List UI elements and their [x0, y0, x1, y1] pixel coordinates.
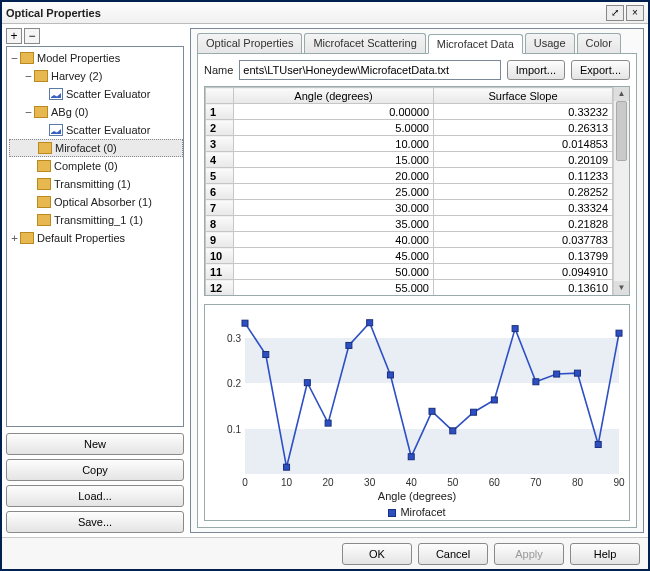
right-panel: Optical Properties Microfacet Scattering…	[190, 28, 644, 533]
left-buttons: New Copy Load... Save...	[6, 433, 184, 533]
cell-angle[interactable]: 25.000	[234, 184, 434, 200]
folder-icon	[34, 70, 48, 82]
table-row[interactable]: 415.0000.20109	[206, 152, 613, 168]
table-row[interactable]: 1045.0000.13799	[206, 248, 613, 264]
cell-angle[interactable]: 50.000	[234, 264, 434, 280]
tree-transmitting1[interactable]: Transmitting_1 (1)	[9, 211, 183, 229]
table-row[interactable]: 1255.0000.13610	[206, 280, 613, 296]
cell-slope[interactable]: 0.28252	[434, 184, 613, 200]
left-panel: + − −Model Properties −Harvey (2) Scatte…	[6, 28, 184, 533]
tree-mirofacet[interactable]: Mirofacet (0)	[9, 139, 183, 157]
tree-abg[interactable]: −ABg (0)	[9, 103, 183, 121]
save-button[interactable]: Save...	[6, 511, 184, 533]
expand-all-button[interactable]: +	[6, 28, 22, 44]
folder-icon	[37, 178, 51, 190]
import-button[interactable]: Import...	[507, 60, 565, 80]
close-button[interactable]: ×	[626, 5, 644, 21]
row-number: 6	[206, 184, 234, 200]
chart-icon	[49, 124, 63, 136]
chart-point	[429, 408, 435, 414]
tree-label: Transmitting (1)	[54, 178, 131, 190]
row-number: 10	[206, 248, 234, 264]
cell-slope[interactable]: 0.33324	[434, 200, 613, 216]
tree-label: Scatter Evaluator	[66, 124, 150, 136]
tab-microfacet-scattering[interactable]: Microfacet Scattering	[304, 33, 425, 53]
apply-button[interactable]: Apply	[494, 543, 564, 565]
cell-slope[interactable]: 0.20109	[434, 152, 613, 168]
cell-angle[interactable]: 20.000	[234, 168, 434, 184]
table-row[interactable]: 25.00000.26313	[206, 120, 613, 136]
tree-model-properties[interactable]: −Model Properties	[9, 49, 183, 67]
table-row[interactable]: 10.000000.33232	[206, 104, 613, 120]
row-number: 4	[206, 152, 234, 168]
table-row[interactable]: 730.0000.33324	[206, 200, 613, 216]
cell-angle[interactable]: 35.000	[234, 216, 434, 232]
chart-point	[284, 464, 290, 470]
scroll-up-icon[interactable]: ▲	[614, 87, 629, 101]
cell-slope[interactable]: 0.13799	[434, 248, 613, 264]
cell-slope[interactable]: 0.21828	[434, 216, 613, 232]
table-row[interactable]: 520.0000.11233	[206, 168, 613, 184]
new-button[interactable]: New	[6, 433, 184, 455]
table-row[interactable]: 940.0000.037783	[206, 232, 613, 248]
chart-legend: Mirofacet	[205, 506, 629, 518]
col-angle-header[interactable]: Angle (degrees)	[234, 88, 434, 104]
name-input[interactable]	[239, 60, 500, 80]
cell-angle[interactable]: 10.000	[234, 136, 434, 152]
cell-slope[interactable]: 0.33232	[434, 104, 613, 120]
cell-angle[interactable]: 30.000	[234, 200, 434, 216]
tree-complete[interactable]: Complete (0)	[9, 157, 183, 175]
pin-button[interactable]: ⤢	[606, 5, 624, 21]
chart-xlabel: Angle (degrees)	[205, 490, 629, 502]
cell-slope[interactable]: 0.26313	[434, 120, 613, 136]
export-button[interactable]: Export...	[571, 60, 630, 80]
row-number: 11	[206, 264, 234, 280]
data-table-scroll[interactable]: Angle (degrees) Surface Slope 10.000000.…	[205, 87, 613, 295]
tree-label: Scatter Evaluator	[66, 88, 150, 100]
chart-xtick: 70	[530, 477, 541, 488]
chart-ytick: 0.2	[215, 378, 241, 389]
copy-button[interactable]: Copy	[6, 459, 184, 481]
chart-series-line	[245, 315, 619, 474]
cell-angle[interactable]: 15.000	[234, 152, 434, 168]
tree-transmitting[interactable]: Transmitting (1)	[9, 175, 183, 193]
cell-slope[interactable]: 0.014853	[434, 136, 613, 152]
tree-harvey-scatter[interactable]: Scatter Evaluator	[9, 85, 183, 103]
table-row[interactable]: 310.0000.014853	[206, 136, 613, 152]
cell-slope[interactable]: 0.037783	[434, 232, 613, 248]
tab-color[interactable]: Color	[577, 33, 621, 53]
tree-label: Mirofacet (0)	[55, 142, 117, 154]
cell-angle[interactable]: 0.00000	[234, 104, 434, 120]
table-row[interactable]: 625.0000.28252	[206, 184, 613, 200]
tab-usage[interactable]: Usage	[525, 33, 575, 53]
cell-angle[interactable]: 55.000	[234, 280, 434, 296]
cell-slope[interactable]: 0.13610	[434, 280, 613, 296]
col-slope-header[interactable]: Surface Slope	[434, 88, 613, 104]
scroll-down-icon[interactable]: ▼	[614, 281, 629, 295]
cell-angle[interactable]: 45.000	[234, 248, 434, 264]
help-button[interactable]: Help	[570, 543, 640, 565]
properties-tree[interactable]: −Model Properties −Harvey (2) Scatter Ev…	[6, 46, 184, 427]
tree-abg-scatter[interactable]: Scatter Evaluator	[9, 121, 183, 139]
tree-label: Complete (0)	[54, 160, 118, 172]
table-scrollbar[interactable]: ▲ ▼	[613, 87, 629, 295]
cancel-button[interactable]: Cancel	[418, 543, 488, 565]
tree-absorber[interactable]: Optical Absorber (1)	[9, 193, 183, 211]
chart-point	[554, 371, 560, 377]
tree-label: ABg (0)	[51, 106, 88, 118]
cell-slope[interactable]: 0.11233	[434, 168, 613, 184]
load-button[interactable]: Load...	[6, 485, 184, 507]
collapse-all-button[interactable]: −	[24, 28, 40, 44]
tree-harvey[interactable]: −Harvey (2)	[9, 67, 183, 85]
scroll-thumb[interactable]	[616, 101, 627, 161]
ok-button[interactable]: OK	[342, 543, 412, 565]
tab-optical-properties[interactable]: Optical Properties	[197, 33, 302, 53]
col-row-header[interactable]	[206, 88, 234, 104]
table-row[interactable]: 835.0000.21828	[206, 216, 613, 232]
cell-angle[interactable]: 5.0000	[234, 120, 434, 136]
cell-angle[interactable]: 40.000	[234, 232, 434, 248]
table-row[interactable]: 1150.0000.094910	[206, 264, 613, 280]
cell-slope[interactable]: 0.094910	[434, 264, 613, 280]
tree-default-properties[interactable]: +Default Properties	[9, 229, 183, 247]
tab-microfacet-data[interactable]: Microfacet Data	[428, 34, 523, 54]
